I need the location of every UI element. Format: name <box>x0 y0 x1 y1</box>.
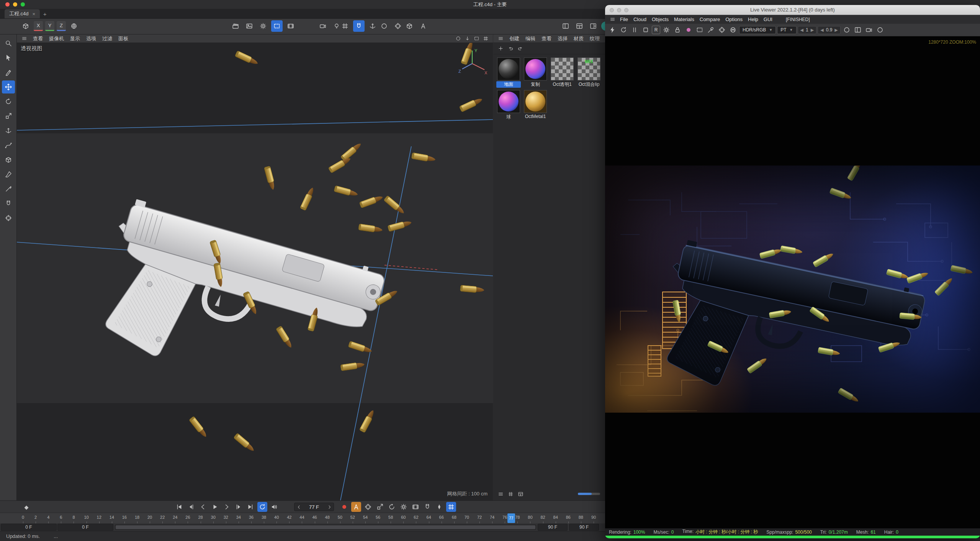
white-balance-icon[interactable] <box>695 25 705 35</box>
go-to-start-button[interactable] <box>174 502 184 512</box>
play-button[interactable] <box>210 502 220 512</box>
viewport-split-icon[interactable] <box>481 34 490 43</box>
previous-key-button[interactable] <box>186 502 196 512</box>
lock-resolution-icon[interactable] <box>672 25 682 35</box>
frame-increment-icon[interactable] <box>325 503 334 511</box>
octane-menu-item-3[interactable]: Materials <box>671 16 697 22</box>
octane-menu-icon[interactable] <box>608 15 617 24</box>
octane-close-button[interactable] <box>610 8 614 12</box>
camera-export-icon[interactable] <box>864 25 874 35</box>
material-thumbnail[interactable] <box>524 90 547 113</box>
snap-tool[interactable] <box>2 211 15 225</box>
materials-menu-item-0[interactable]: 创建 <box>506 35 522 42</box>
coordinate-system-toggle[interactable] <box>68 20 80 32</box>
material-thumbnail[interactable]: MIX <box>578 57 600 80</box>
restart-render-button[interactable] <box>607 25 617 35</box>
magnet-tool[interactable] <box>2 197 15 210</box>
previous-frame-button[interactable] <box>198 502 208 512</box>
axis-x-lock-button[interactable]: X <box>34 21 43 31</box>
timeline-tile-button[interactable] <box>446 502 456 512</box>
render-region-button[interactable] <box>285 20 296 32</box>
preview-range-slider[interactable] <box>115 525 536 530</box>
pause-render-button[interactable] <box>630 25 640 35</box>
subsample-stepper[interactable]: ◀1▶ <box>798 26 817 34</box>
material-item-2[interactable]: Oct透明1 <box>550 57 574 88</box>
next-frame-button[interactable] <box>222 502 232 512</box>
material-item-0[interactable]: 地面 <box>496 57 521 88</box>
material-thumbnail[interactable] <box>497 90 520 113</box>
primitive-cube-tool[interactable] <box>2 153 15 166</box>
add-material-button[interactable] <box>496 44 505 53</box>
render-view-button[interactable] <box>230 20 241 32</box>
axis-tool[interactable] <box>2 124 15 137</box>
tab-project[interactable]: 工程.c4d × <box>5 9 40 18</box>
viewport-menu-icon[interactable] <box>20 34 28 43</box>
gizmo-circle-icon[interactable] <box>378 20 390 32</box>
octane-menu-item-0[interactable]: File <box>617 16 631 22</box>
knife-tool[interactable] <box>2 182 15 195</box>
octane-render-view[interactable]: 1280*720 ZOOM:100% <box>605 36 980 528</box>
materials-menu-icon[interactable] <box>496 34 505 43</box>
range-start-field[interactable]: 0 F <box>1 524 57 531</box>
axis-y-lock-button[interactable]: Y <box>45 21 54 31</box>
keyframe-rotation-button[interactable] <box>387 502 397 512</box>
next-key-button[interactable] <box>234 502 244 512</box>
keyframe-position-button[interactable] <box>363 502 373 512</box>
quantize-icon[interactable] <box>367 20 378 32</box>
render-settings-button[interactable] <box>257 20 269 32</box>
range-end-field-2[interactable]: 90 F <box>569 524 599 531</box>
axis-lock-icon[interactable] <box>417 20 429 32</box>
axis-z-lock-button[interactable]: Z <box>57 21 66 31</box>
camera-motion-icon[interactable] <box>728 25 738 35</box>
live-select-tool[interactable] <box>2 51 15 64</box>
scale-tool[interactable] <box>2 110 15 123</box>
material-thumbnail[interactable] <box>524 57 547 80</box>
kernel-select[interactable]: PT▼ <box>777 26 796 34</box>
tab-close-icon[interactable]: × <box>33 11 36 17</box>
loop-playback-button[interactable] <box>257 502 267 512</box>
material-item-3[interactable]: MIXOct混合lip <box>577 57 601 88</box>
keyframe-parameter-button[interactable] <box>399 502 409 512</box>
layout-single-button[interactable] <box>560 20 571 32</box>
frame-decrement-icon[interactable] <box>294 503 303 511</box>
region-render-button[interactable]: R <box>652 26 660 34</box>
material-picker-icon[interactable] <box>706 25 716 35</box>
display-mode-icon[interactable] <box>853 25 863 35</box>
viewport-pan-icon[interactable] <box>463 34 471 43</box>
octane-menu-item-6[interactable]: Help <box>745 16 761 22</box>
octane-menu-item-1[interactable]: Cloud <box>631 16 649 22</box>
materials-menu-item-3[interactable]: 选择 <box>555 35 571 42</box>
new-tab-button[interactable]: + <box>40 9 50 18</box>
material-item-5[interactable]: OctMetal1 <box>523 90 548 120</box>
materials-menu-item-1[interactable]: 编辑 <box>522 35 538 42</box>
octane-zoom-button[interactable] <box>624 8 628 12</box>
keyframe-pla-button[interactable] <box>411 502 420 512</box>
viewport-menu-item-0[interactable]: 查看 <box>30 35 46 42</box>
minimize-window-button[interactable] <box>13 2 17 7</box>
list-view-icon[interactable] <box>496 490 505 498</box>
material-item-4[interactable]: 球 <box>496 90 521 120</box>
refresh-render-button[interactable] <box>618 25 628 35</box>
viewport-frame-icon[interactable] <box>472 34 481 43</box>
colorspace-select[interactable]: HDR/sRGB▼ <box>739 26 776 34</box>
undo-icon[interactable] <box>506 44 515 53</box>
record-button[interactable] <box>339 502 349 512</box>
brush-tool[interactable] <box>2 168 15 181</box>
go-to-end-button[interactable] <box>245 502 255 512</box>
workplane-icon[interactable] <box>339 20 351 32</box>
camera-icon[interactable] <box>317 20 329 32</box>
current-frame-field[interactable]: 77 F <box>294 503 334 511</box>
key-selection-button[interactable] <box>434 502 444 512</box>
material-ball-icon[interactable] <box>684 25 694 35</box>
compact-view-icon[interactable] <box>516 490 525 498</box>
layout-quad-button[interactable] <box>587 20 599 32</box>
playhead[interactable]: 77 <box>507 513 515 523</box>
material-item-1[interactable]: 复制 <box>523 57 548 88</box>
octane-minimize-button[interactable] <box>617 8 621 12</box>
material-thumbnail[interactable] <box>497 57 520 80</box>
close-window-button[interactable] <box>5 2 10 7</box>
redo-icon[interactable] <box>516 44 525 53</box>
keyframe-scale-button[interactable] <box>375 502 385 512</box>
range-end-field[interactable]: 90 F <box>538 524 568 531</box>
layout-split-button[interactable] <box>574 20 585 32</box>
